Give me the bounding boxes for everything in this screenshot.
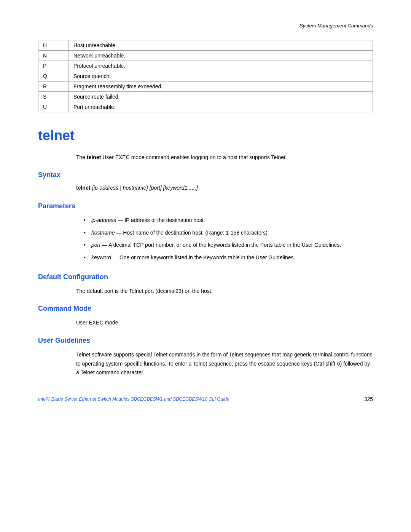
list-item: port — A decimal TCP port number, or one… [84, 241, 373, 249]
table-cell-key: Q [38, 71, 69, 81]
param-name: hostname [91, 230, 115, 236]
table-cell-key: H [38, 40, 69, 51]
syntax-section: Syntax telnet {ip-address | hostname} [p… [38, 171, 373, 191]
desc-prefix: The [76, 154, 87, 160]
user-guidelines-section: User Guidelines Telnet software supports… [38, 337, 373, 377]
desc-bold: telnet [87, 154, 101, 160]
command-title: telnet [38, 128, 373, 144]
table-cell-value: Port unreachable. [69, 102, 373, 112]
syntax-params: {ip-address | hostname} [port] [keyword1… [90, 185, 198, 191]
list-item: ip-address — IP address of the destinati… [84, 216, 373, 224]
default-config-section: Default Configuration The default port i… [38, 273, 373, 295]
syntax-content: telnet {ip-address | hostname} [port] [k… [76, 185, 373, 191]
table-cell-value: Source route failed. [69, 92, 373, 102]
parameters-list: ip-address — IP address of the destinati… [84, 216, 373, 262]
table-cell-key: N [38, 51, 69, 61]
table-cell-key: U [38, 102, 69, 112]
desc-suffix: User EXEC mode command enables logging o… [101, 154, 287, 160]
parameters-heading: Parameters [38, 202, 373, 210]
param-name: keyword [91, 254, 111, 260]
list-item: hostname — Host name of the destination … [84, 228, 373, 237]
user-guidelines-heading: User Guidelines [38, 337, 373, 345]
table-row: RFragment reassembly time exceeded. [38, 81, 373, 92]
default-config-heading: Default Configuration [38, 273, 373, 281]
table-cell-value: Protocol unreachable. [69, 61, 373, 71]
parameters-section: Parameters ip-address — IP address of th… [38, 202, 373, 262]
list-item: keyword — One or more keywords listed in… [84, 253, 373, 262]
table-cell-key: P [38, 61, 69, 71]
table-row: UPort unreachable. [38, 102, 373, 112]
param-desc: — One or more keywords listed in the Key… [111, 254, 295, 260]
command-mode-section: Command Mode User EXEC mode [38, 305, 373, 327]
param-desc: — Host name of the destination host. (Ra… [115, 230, 268, 236]
table-row: SSource route failed. [38, 92, 373, 102]
user-guidelines-text: Telnet software supports special Telnet … [76, 350, 373, 377]
footer-page-number: 325 [364, 396, 373, 402]
table-row: NNetwork unreachable. [38, 51, 373, 61]
param-name: port [91, 242, 100, 248]
page-header: System Management Commands [38, 23, 373, 29]
table-row: PProtocol unreachable. [38, 61, 373, 71]
footer-left: Intel® Blade Server Ethernet Switch Modu… [38, 396, 229, 402]
command-mode-heading: Command Mode [38, 305, 373, 313]
table-cell-key: S [38, 92, 69, 102]
icmp-table: HHost unreachable.NNetwork unreachable.P… [38, 40, 373, 112]
table-row: QSource quench. [38, 71, 373, 81]
table-cell-value: Host unreachable. [69, 40, 373, 51]
footer: Intel® Blade Server Ethernet Switch Modu… [38, 396, 373, 402]
param-desc: — A decimal TCP port number, or one of t… [100, 242, 341, 248]
param-name: ip-address [91, 217, 116, 223]
command-mode-text: User EXEC mode [76, 318, 373, 327]
table-cell-value: Fragment reassembly time exceeded. [69, 81, 373, 92]
syntax-cmd: telnet [76, 185, 90, 191]
default-config-text: The default port is the Telnet port (dec… [76, 287, 373, 295]
table-cell-key: R [38, 81, 69, 92]
table-cell-value: Network unreachable. [69, 51, 373, 61]
param-desc: — IP address of the destination host. [116, 217, 205, 223]
command-description: The telnet User EXEC mode command enable… [76, 153, 373, 161]
syntax-heading: Syntax [38, 171, 373, 179]
table-cell-value: Source quench. [69, 71, 373, 81]
table-row: HHost unreachable. [38, 40, 373, 51]
